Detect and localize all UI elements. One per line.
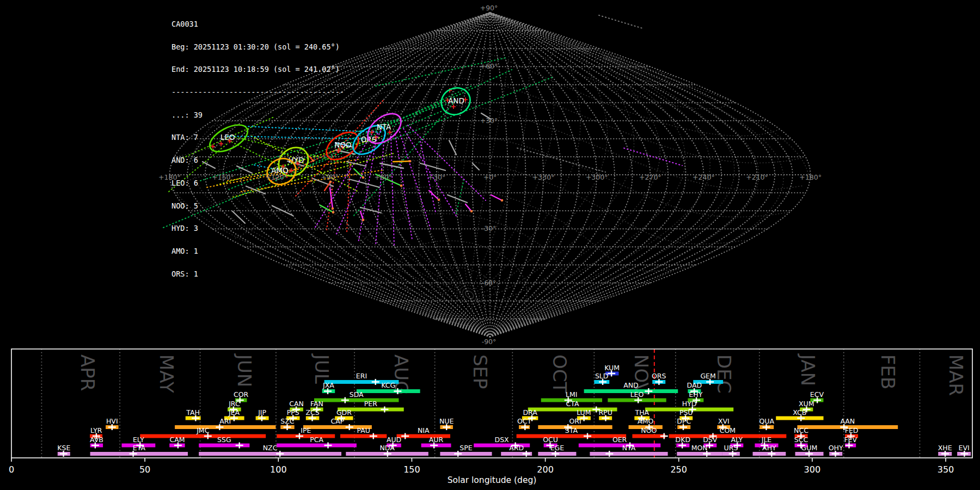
count-ors: ORS: 1	[171, 271, 344, 278]
meteor-trail	[449, 140, 456, 155]
shower-peak-eri	[372, 379, 379, 385]
axis-title: Solar longitude (deg)	[448, 475, 537, 485]
shower-label-gem: GEM	[700, 372, 715, 380]
shower-label-com: COM	[720, 426, 736, 434]
shower-label-hyd: HYD	[682, 400, 697, 408]
count-and: AND: 6	[171, 157, 344, 164]
shower-label-fev: FEV	[844, 436, 857, 444]
shower-label-dsv: DSV	[703, 436, 718, 444]
axis-tick-label: 50	[139, 464, 150, 475]
shower-label-ard: ARD	[509, 444, 524, 452]
shower-label-hvi: HVI	[106, 417, 118, 425]
shower-label-psu: PSU	[679, 408, 693, 416]
shower-label-tha: THA	[635, 408, 650, 416]
equatorial-ra-line	[472, 58, 734, 326]
shower-label-qua: QUA	[759, 417, 774, 425]
map-lon-label: +180°	[799, 173, 822, 181]
equatorial-ra-line	[471, 58, 758, 334]
shower-label-lyr: LYR	[90, 426, 102, 434]
shower-label-scc: SCC	[794, 436, 808, 444]
meteor-track	[599, 15, 642, 28]
shower-label-spe: SPE	[460, 444, 472, 452]
map-lon-label: +240°	[693, 173, 715, 181]
shower-bar-pca	[277, 444, 357, 448]
axis-tick-label: 350	[938, 464, 954, 475]
shower-label-nia: NIA	[418, 426, 430, 434]
shower-label-aly: ALY	[731, 436, 743, 444]
count-leo: LEO: 6	[171, 180, 344, 187]
shower-bar-kcg	[357, 389, 420, 393]
equatorial-ra-line	[473, 58, 710, 316]
shower-label-oer: OER	[612, 436, 627, 444]
month-label-jun: JUN	[234, 353, 255, 387]
meteor-track	[517, 148, 605, 172]
shower-peak-nta	[605, 451, 613, 457]
axis-tick-label: 100	[270, 464, 287, 475]
radiant-label-nta: NTA	[377, 122, 391, 131]
shower-label-jip: JIP	[258, 408, 266, 416]
meteor-trail	[473, 163, 479, 170]
shower-bar-pau	[340, 434, 387, 438]
shower-label-xhe: XHE	[938, 444, 952, 452]
shower-label-cam: CAM	[169, 436, 185, 444]
shower-label-dsx: DSX	[495, 436, 510, 444]
map-lat-label: -90°	[482, 338, 497, 346]
shower-label-dra: DRA	[523, 408, 537, 416]
shower-label-xvi: XVI	[718, 417, 730, 425]
meteor-trail	[420, 163, 445, 170]
meteor-trail-tip	[400, 185, 403, 187]
map-lon-label: +300°	[586, 173, 608, 181]
map-lat-label: -60°	[482, 279, 497, 287]
equatorial-ra-line	[302, 53, 612, 294]
meteor-trail	[491, 195, 502, 200]
shower-label-nta: NTA	[622, 444, 636, 452]
shower-label-cta: CTA	[566, 400, 579, 408]
shower-label-ncc: NCC	[794, 426, 808, 434]
shower-label-per: PER	[364, 400, 377, 408]
month-label-apr: APR	[77, 354, 99, 391]
shower-label-xcb: XCB	[793, 408, 806, 416]
shower-label-kcg: KCG	[381, 381, 395, 389]
shower-peak-nia	[401, 433, 409, 439]
axis-tick-label: 150	[403, 464, 420, 475]
shower-label-dpc: DPC	[677, 417, 691, 425]
map-lon-label: +30°	[428, 173, 446, 181]
shower-label-nda: NDA	[379, 444, 395, 452]
count-sporadic: ...: 39	[171, 112, 344, 119]
shower-label-rpu: RPU	[598, 408, 612, 416]
shower-bar-oer	[579, 444, 661, 448]
map-lon-label: +0°	[483, 173, 497, 181]
month-label-jul: JUL	[311, 353, 333, 384]
map-lat-label: +60°	[480, 62, 498, 70]
shower-label-noo: NOO	[641, 426, 657, 434]
shower-label-sld: SLD	[595, 372, 609, 380]
shower-label-zcs: ZCS	[305, 408, 319, 416]
equatorial-ra-line	[471, 42, 589, 292]
shower-label-aur: AUR	[429, 436, 444, 444]
shower-label-sta: STA	[565, 426, 578, 434]
end-time: End: 20251123 10:18:59 (sol = 241.02°)	[171, 66, 344, 74]
shower-label-ocu: OCU	[543, 436, 558, 444]
month-label-dec: DEC	[713, 354, 735, 393]
map-lon-label: +210°	[746, 173, 768, 181]
shower-peak-sda	[341, 397, 349, 403]
shower-label-nzc: NZC	[263, 444, 278, 452]
month-label-sep: SEP	[469, 354, 491, 389]
map-lat-label: -30°	[482, 224, 497, 232]
shower-label-kse: KSE	[57, 444, 70, 452]
shower-label-lmi: LMI	[566, 390, 577, 399]
shower-bar-sda	[314, 399, 399, 402]
shower-label-xum: XUM	[799, 400, 814, 408]
shower-peak-noo	[660, 433, 668, 439]
separator: ---------------------------------------	[171, 89, 344, 96]
shower-label-aan: AAN	[840, 417, 855, 425]
shower-label-ari: ARI	[219, 417, 231, 425]
shower-label-ely: ELY	[133, 436, 144, 444]
shower-label-oct: OCT	[517, 417, 532, 425]
shower-label-aud: AUD	[387, 436, 401, 444]
meteor-trail	[393, 161, 410, 162]
meteor-trail-tip	[501, 199, 504, 202]
observation-header: CA0031 Beg: 20251123 01:30:20 (sol = 240…	[171, 5, 344, 286]
axis-tick-label: 200	[537, 464, 554, 475]
shower-label-kum: KUM	[604, 364, 620, 372]
